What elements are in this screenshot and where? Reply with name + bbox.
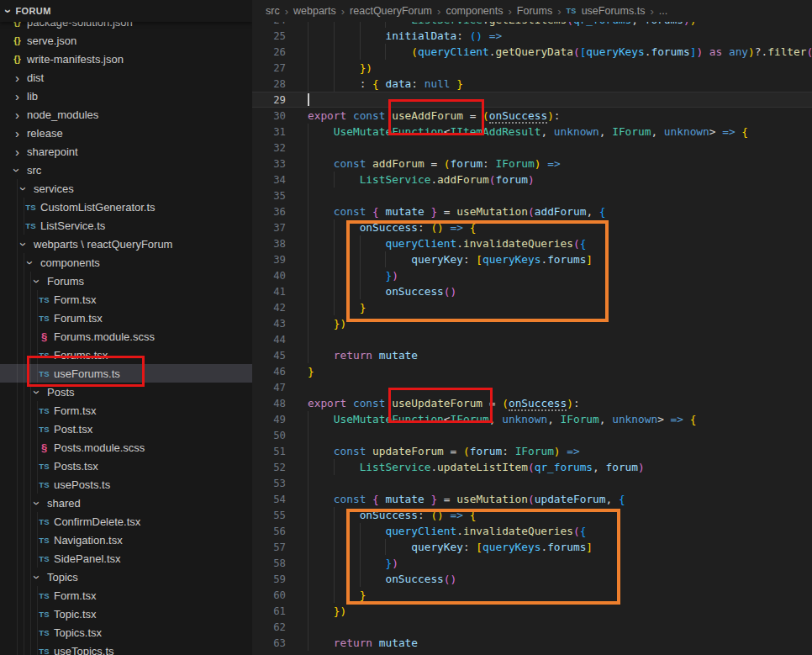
tree-item-dist[interactable]: ›dist — [0, 68, 252, 87]
code-line-36[interactable]: 36 const { mutate } = useMutation(addFor… — [252, 203, 812, 219]
tree-item-sidepanel.tsx[interactable]: TSSidePanel.tsx — [0, 549, 252, 568]
code-line-39[interactable]: 39 queryKey: [queryKeys.forums] — [252, 251, 812, 267]
tree-item-shared[interactable]: ›shared — [0, 494, 252, 512]
code-line-26[interactable]: 26 (queryClient.getQueryData([queryKeys.… — [252, 44, 812, 60]
code-line-28[interactable]: 28 : { data: null } — [252, 76, 812, 92]
code-line-43[interactable]: 43 }) — [252, 315, 812, 331]
code-line-32[interactable]: 32 — [252, 140, 812, 156]
breadcrumb-item-webparts[interactable]: webparts — [293, 5, 336, 17]
code-line-49[interactable]: 49 UseMutateFunction<IForum, unknown, IF… — [252, 411, 812, 427]
breadcrumb-item-more[interactable]: ... — [659, 5, 667, 17]
tree-item-usetopics.ts[interactable]: TSuseTopics.ts — [0, 642, 252, 655]
chevron-down-icon[interactable]: › — [31, 570, 44, 584]
code-line-37[interactable]: 37 onSuccess: () => { — [252, 219, 812, 235]
code-line-58[interactable]: 58 }) — [252, 555, 812, 571]
code-line-48[interactable]: 48export const useUpdateForum = (onSucce… — [252, 395, 812, 411]
chevron-right-icon[interactable]: › — [10, 145, 24, 158]
code-line-40[interactable]: 40 }) — [252, 267, 812, 283]
code-line-31[interactable]: 31 UseMutateFunction<IItemAddResult, unk… — [252, 124, 812, 140]
tree-item-form.tsx[interactable]: TSForm.tsx — [0, 401, 252, 420]
tree-item-form.tsx[interactable]: TSForm.tsx — [0, 290, 252, 309]
chevron-down-icon[interactable]: › — [31, 274, 44, 288]
code-line-57[interactable]: 57 queryKey: [queryKeys.forums] — [252, 539, 812, 555]
tree-item-post.tsx[interactable]: TSPost.tsx — [0, 420, 252, 438]
code-line-29[interactable]: 29 — [252, 92, 812, 108]
tree-item-forum.tsx[interactable]: TSForum.tsx — [0, 309, 252, 327]
breadcrumb-item-components[interactable]: components — [446, 5, 503, 17]
code-line-27[interactable]: 27 }) — [252, 60, 812, 76]
tree-item-navigation.tsx[interactable]: TSNavigation.tsx — [0, 531, 252, 549]
tree-item-topics.tsx[interactable]: TSTopics.tsx — [0, 623, 252, 642]
tree-item-node-modules[interactable]: ›node_modules — [0, 105, 252, 124]
tree-item-forums[interactable]: ›Forums — [0, 272, 252, 290]
code-editor[interactable]: 24 ListService.getListItems(qr_forums, f… — [252, 22, 812, 655]
code-line-46[interactable]: 46} — [252, 363, 812, 379]
code-line-44[interactable]: 44 — [252, 331, 812, 347]
code-line-56[interactable]: 56 queryClient.invalidateQueries({ — [252, 523, 812, 539]
code-line-53[interactable]: 53 — [252, 475, 812, 491]
tree-item-package-solution.json[interactable]: {}package-solution.json — [0, 22, 252, 31]
tree-item-form.tsx[interactable]: TSForm.tsx — [0, 586, 252, 605]
code-line-33[interactable]: 33 const addForum = (forum: IForum) => — [252, 156, 812, 172]
code-line-35[interactable]: 35 — [252, 188, 812, 203]
tree-item-services[interactable]: ›services — [0, 179, 252, 198]
code-line-24[interactable]: 24 ListService.getListItems(qr_forums, f… — [252, 22, 812, 28]
code-line-45[interactable]: 45 return mutate — [252, 347, 812, 363]
breadcrumb-item-src[interactable]: src — [266, 5, 280, 17]
code-line-55[interactable]: 55 onSuccess: () => { — [252, 507, 812, 523]
tree-item-posts.tsx[interactable]: TSPosts.tsx — [0, 457, 252, 475]
code-line-51[interactable]: 51 const updateForum = (forum: IForum) =… — [252, 443, 812, 459]
code-line-59[interactable]: 59 onSuccess() — [252, 571, 812, 587]
chevron-right-icon[interactable]: › — [10, 90, 24, 103]
tree-item-components[interactable]: ›components — [0, 253, 252, 272]
chevron-down-icon[interactable]: › — [11, 163, 24, 177]
code-line-47[interactable]: 47 — [252, 379, 812, 395]
code-line-61[interactable]: 61 }) — [252, 603, 812, 619]
tree-item-posts[interactable]: ›Posts — [0, 383, 252, 401]
explorer-section-header[interactable]: › FORUM — [0, 0, 252, 22]
chevron-down-icon[interactable]: › — [31, 496, 44, 510]
tree-item-customlistgenerator.ts[interactable]: TSCustomListGenerator.ts — [0, 198, 252, 216]
code-line-60[interactable]: 60 } — [252, 587, 812, 603]
breadcrumb-item-reactqueryforum[interactable]: reactQueryForum — [350, 5, 432, 17]
tree-item-serve.json[interactable]: {}serve.json — [0, 31, 252, 50]
code-line-62[interactable]: 62 — [252, 619, 812, 635]
file-tree[interactable]: {}package-solution.json{}serve.json{}wri… — [0, 22, 252, 655]
tree-item-src[interactable]: ›src — [0, 161, 252, 179]
chevron-right-icon[interactable]: › — [10, 127, 24, 140]
code-line-42[interactable]: 42 } — [252, 299, 812, 315]
code-line-50[interactable]: 50 — [252, 427, 812, 443]
code-line-34[interactable]: 34 ListService.addForum(forum) — [252, 172, 812, 188]
code-line-25[interactable]: 25 initialData: () => — [252, 28, 812, 44]
code-line-30[interactable]: 30export const useAddForum = (onSuccess)… — [252, 108, 812, 124]
tree-item-topics[interactable]: ›Topics — [0, 568, 252, 586]
ts-file-icon: TS — [37, 425, 51, 434]
tree-item-forums.module.scss[interactable]: §Forums.module.scss — [0, 327, 252, 346]
tree-item-webparts-reactqueryforum[interactable]: ›webparts \ reactQueryForum — [0, 235, 252, 253]
chevron-right-icon[interactable]: › — [10, 71, 24, 84]
code-line-64[interactable]: 64} — [252, 651, 812, 655]
tree-item-useposts.ts[interactable]: TSusePosts.ts — [0, 475, 252, 494]
chevron-down-icon[interactable]: › — [31, 385, 44, 399]
tree-item-sharepoint[interactable]: ›sharepoint — [0, 142, 252, 161]
tree-item-write-manifests.json[interactable]: {}write-manifests.json — [0, 50, 252, 68]
tree-item-useforums.ts[interactable]: TSuseForums.ts — [0, 364, 252, 383]
tree-item-lib[interactable]: ›lib — [0, 87, 252, 105]
code-line-63[interactable]: 63 return mutate — [252, 635, 812, 651]
chevron-down-icon[interactable]: › — [18, 182, 30, 196]
code-line-38[interactable]: 38 queryClient.invalidateQueries({ — [252, 235, 812, 251]
tree-item-posts.module.scss[interactable]: §Posts.module.scss — [0, 438, 252, 457]
tree-item-release[interactable]: ›release — [0, 124, 252, 142]
code-line-52[interactable]: 52 ListService.updateListItem(qr_forums,… — [252, 459, 812, 475]
chevron-down-icon[interactable]: › — [18, 237, 30, 251]
tree-item-topic.tsx[interactable]: TSTopic.tsx — [0, 605, 252, 623]
tree-item-listservice.ts[interactable]: TSListService.ts — [0, 216, 252, 235]
code-line-41[interactable]: 41 onSuccess() — [252, 283, 812, 299]
chevron-down-icon[interactable]: › — [24, 256, 37, 270]
chevron-right-icon[interactable]: › — [10, 108, 24, 121]
breadcrumb-item-forums[interactable]: Forums — [517, 5, 552, 17]
breadcrumb-item-file[interactable]: useForums.ts — [582, 5, 646, 17]
tree-item-confirmdelete.tsx[interactable]: TSConfirmDelete.tsx — [0, 512, 252, 531]
code-line-54[interactable]: 54 const { mutate } = useMutation(update… — [252, 491, 812, 507]
tree-item-forums.tsx[interactable]: TSForums.tsx — [0, 346, 252, 364]
